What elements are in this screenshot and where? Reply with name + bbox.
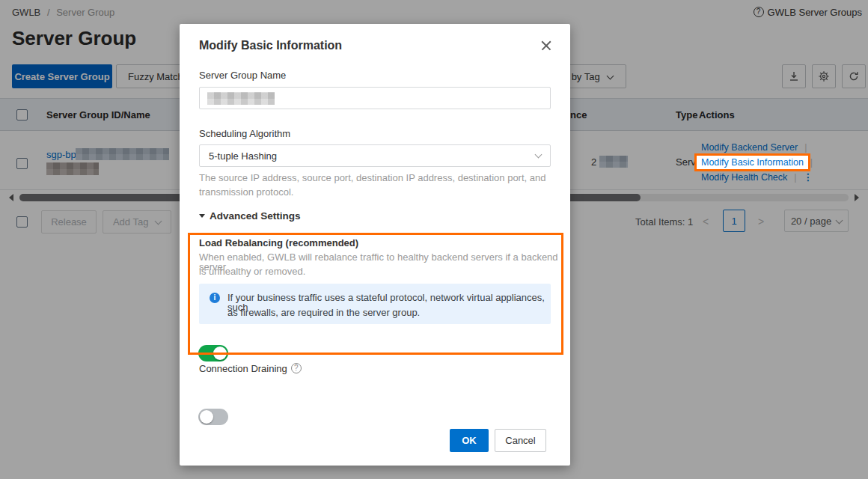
connection-draining-row: Connection Draining ? [199,363,302,373]
connection-draining-label: Connection Draining [199,364,287,373]
scheduling-algorithm-label: Scheduling Algorithm [199,129,290,138]
server-group-name-value-redacted [207,92,275,105]
scheduling-algorithm-select[interactable]: 5-tuple Hashing [199,144,551,167]
ok-button[interactable]: OK [450,429,489,452]
algorithm-help-line1: The source IP address, source port, dest… [199,173,545,183]
algorithm-help-line2: transmission protocol. [199,187,293,197]
server-group-name-label: Server Group Name [199,70,286,80]
toggle-knob [200,410,213,424]
modify-basic-information-highlight-box: Modify Basic Information [694,153,810,171]
collapse-arrow-icon [199,214,205,218]
modify-basic-information-link-highlighted[interactable]: Modify Basic Information [701,158,804,168]
server-group-name-input[interactable] [199,87,551,109]
advanced-settings-toggle[interactable]: Advanced Settings [199,211,301,222]
modal-title: Modify Basic Information [199,40,342,52]
scheduling-algorithm-value: 5-tuple Hashing [209,151,277,161]
connection-draining-toggle[interactable] [198,409,228,425]
cancel-button[interactable]: Cancel [495,429,546,452]
load-rebalancing-highlight-box [188,233,563,355]
chevron-down-icon [535,151,542,159]
advanced-settings-label: Advanced Settings [210,211,301,222]
close-icon[interactable] [540,39,553,52]
help-circle-icon[interactable]: ? [291,363,302,373]
